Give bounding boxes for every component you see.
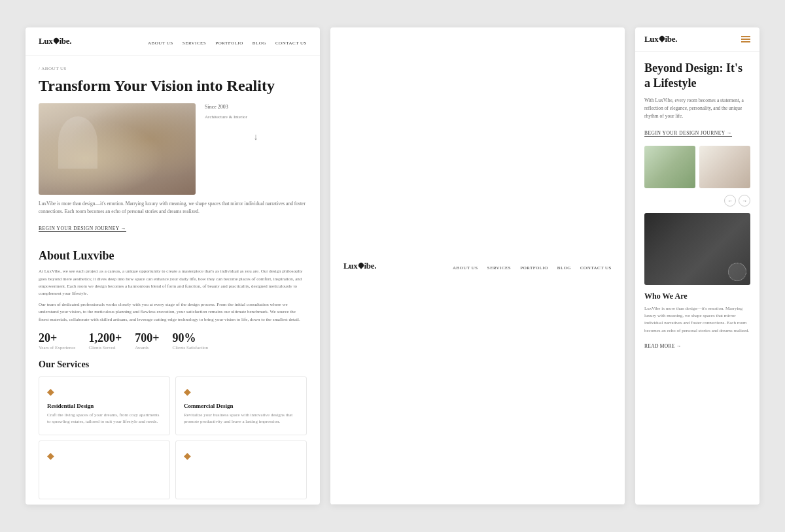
stats-row-panel1: 20+ Years of Experience 1,200+ Clients S… bbox=[39, 331, 307, 350]
logo-panel3: Lux ibe. bbox=[644, 34, 677, 44]
nav-item-contact[interactable]: CONTACT US bbox=[275, 35, 307, 47]
stat-years-label: Years of Experience bbox=[39, 345, 75, 350]
hamburger-menu-icon[interactable] bbox=[741, 36, 750, 42]
hero-title: Transform Your Vision into Reality bbox=[39, 76, 307, 95]
nav-links-panel2: ABOUT US SERVICES PORTFOLIO BLOG CONTACT… bbox=[453, 260, 612, 272]
panel-1: Lux ibe. ABOUT US SERVICES PORTFOLIO BLO… bbox=[26, 27, 320, 505]
p3-who-title: Who We Are bbox=[644, 291, 750, 301]
p3-next-arrow-button[interactable]: → bbox=[739, 195, 750, 207]
nav-p2-contact[interactable]: CONTACT US bbox=[580, 260, 612, 272]
nav-item-blog[interactable]: BLOG bbox=[253, 35, 266, 47]
nav-p2-blog[interactable]: BLOG bbox=[557, 260, 571, 272]
stat-awards-label: Awards bbox=[135, 345, 159, 350]
stat-years-number: 20+ bbox=[39, 331, 75, 345]
diamond-icon: ◆ bbox=[47, 386, 162, 397]
diamond-icon-2: ◆ bbox=[184, 386, 298, 397]
stat-satisfaction-number: 90% bbox=[172, 331, 208, 345]
nav-item-services[interactable]: SERVICES bbox=[183, 35, 207, 47]
panel-2-nav: Lux ibe. ABOUT US SERVICES PORTFOLIO BLO… bbox=[330, 27, 625, 505]
panel-2: Lux ibe. ABOUT US SERVICES PORTFOLIO BLO… bbox=[330, 27, 625, 505]
about-title: About Luxvibe bbox=[39, 249, 307, 263]
stat-awards-number: 700+ bbox=[135, 331, 159, 345]
logo-dot-icon-3 bbox=[658, 35, 665, 42]
nav-p2-about[interactable]: ABOUT US bbox=[453, 260, 478, 272]
p3-image-neutral bbox=[699, 146, 750, 188]
service-desc-commercial: Revitalize your business space with inno… bbox=[184, 412, 298, 425]
nav-p2-services[interactable]: SERVICES bbox=[487, 260, 512, 272]
p3-read-more-link[interactable]: READ MORE → bbox=[644, 343, 682, 349]
service-card-4: ◆ bbox=[175, 441, 307, 499]
nav-item-portfolio[interactable]: PORTFOLIO bbox=[215, 35, 243, 47]
hero-desc: LuxVibe is more than design—it's emotion… bbox=[39, 200, 307, 216]
services-section-panel1: Our Services ◆ Residential Design Craft … bbox=[39, 359, 307, 499]
p3-main-desc: With LuxVibe, every room becomes a state… bbox=[644, 97, 750, 120]
service-name-residential: Residential Design bbox=[47, 403, 162, 409]
stat-clients: 1,200+ Clients Served bbox=[88, 331, 122, 350]
service-card-commercial: ◆ Commercial Design Revitalize your busi… bbox=[175, 376, 307, 435]
p3-image-green bbox=[644, 146, 695, 188]
panel-1-content: / ABOUT US Transform Your Vision into Re… bbox=[26, 56, 320, 505]
diamond-icon-4: ◆ bbox=[184, 450, 298, 461]
logo-dot-icon bbox=[52, 37, 60, 44]
breadcrumb-panel1: / ABOUT US bbox=[39, 66, 307, 71]
p3-begin-link[interactable]: BEGIN YOUR DESIGN JOURNEY → bbox=[644, 130, 732, 137]
begin-link-panel1[interactable]: BEGIN YOUR DESIGN JOURNEY → bbox=[39, 225, 126, 232]
nav-p2-portfolio[interactable]: PORTFOLIO bbox=[520, 260, 548, 272]
p3-who-text: LuxVibe is more than design—it's emotion… bbox=[644, 305, 750, 335]
panel-3-content: Beyond Design: It's a Lifestyle With Lux… bbox=[635, 52, 759, 502]
panel-3: Lux ibe. Beyond Design: It's a Lifestyle… bbox=[635, 27, 759, 505]
nav-item-about[interactable]: ABOUT US bbox=[148, 35, 173, 47]
service-desc-residential: Craft the living spaces of your dreams, … bbox=[47, 412, 162, 425]
nav-links-panel1: ABOUT US SERVICES PORTFOLIO BLOG CONTACT… bbox=[148, 35, 307, 47]
p3-prev-arrow-button[interactable]: ← bbox=[724, 195, 736, 207]
stat-years: 20+ Years of Experience bbox=[39, 331, 75, 350]
services-grid: ◆ Residential Design Craft the living sp… bbox=[39, 376, 307, 499]
service-card-3: ◆ bbox=[39, 441, 170, 499]
panel-1-nav: Lux ibe. ABOUT US SERVICES PORTFOLIO BLO… bbox=[26, 27, 320, 56]
about-text-2: Our team of dedicated professionals work… bbox=[39, 301, 307, 324]
stat-clients-number: 1,200+ bbox=[88, 331, 122, 345]
stat-awards: 700+ Awards bbox=[135, 331, 159, 350]
p3-images-row bbox=[644, 146, 750, 188]
diamond-icon-3: ◆ bbox=[47, 450, 162, 461]
stat-satisfaction: 90% Clients Satisfaction bbox=[172, 331, 208, 350]
p3-main-title: Beyond Design: It's a Lifestyle bbox=[644, 61, 750, 90]
p3-carousel-arrows: ← → bbox=[644, 195, 750, 207]
hero-image bbox=[39, 103, 196, 195]
logo-panel1: Lux ibe. bbox=[39, 36, 71, 46]
p3-circular-badge bbox=[728, 263, 746, 281]
logo-panel2: Lux ibe. bbox=[343, 261, 376, 271]
hero-section: Since 2003 Architecture & Interior ↓ bbox=[39, 103, 307, 200]
logo-dot-icon-2 bbox=[357, 261, 364, 269]
panel-3-nav: Lux ibe. bbox=[635, 27, 759, 52]
about-text-1: At LuxVibe, we see each project as a can… bbox=[39, 268, 307, 297]
about-section: About Luxvibe At LuxVibe, we see each pr… bbox=[39, 249, 307, 324]
services-title: Our Services bbox=[39, 359, 307, 370]
stat-clients-label: Clients Served bbox=[88, 345, 122, 350]
service-name-commercial: Commercial Design bbox=[184, 403, 298, 409]
p3-large-image bbox=[644, 213, 750, 285]
stat-satisfaction-label: Clients Satisfaction bbox=[172, 345, 208, 350]
service-card-residential: ◆ Residential Design Craft the living sp… bbox=[39, 376, 170, 435]
